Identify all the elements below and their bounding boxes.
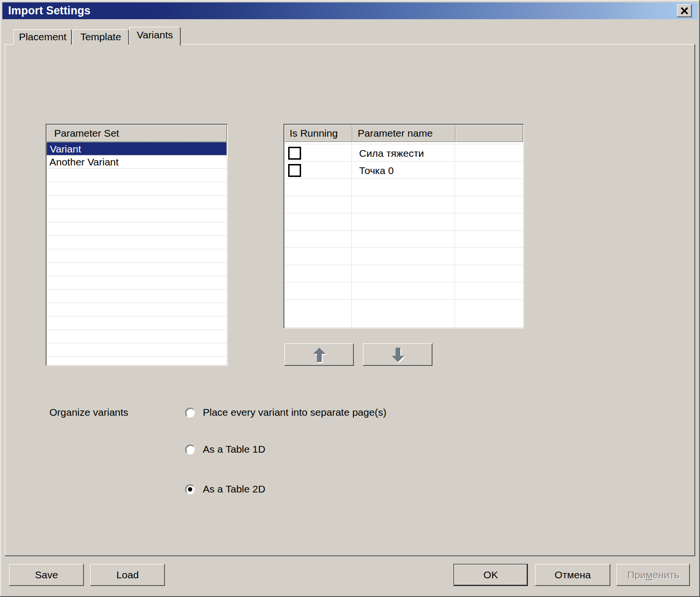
parameters-table-header: Is Running Parameter name [284,125,523,142]
radio-option-table-1d[interactable]: As a Table 1D [185,443,265,456]
parameter-name-cell: Точка 0 [359,162,394,179]
ok-button[interactable]: OK [454,564,528,586]
titlebar[interactable]: Import Settings [2,2,698,19]
apply-button-label: Применить [627,569,679,581]
tab-placement[interactable]: Placement [13,29,72,45]
move-up-button[interactable] [284,343,354,366]
table-row[interactable]: Точка 0 [284,162,523,179]
parameters-table: Is Running Parameter name Сила тяжести Т… [283,124,524,328]
parameter-set-body: Variant Another Variant [47,142,227,365]
column-header-is-running[interactable]: Is Running [284,125,352,142]
cancel-button[interactable]: Отмена [535,564,610,586]
radio-option-table-2d[interactable]: As a Table 2D [185,482,265,496]
radio-label[interactable]: As a Table 1D [203,443,265,456]
radio-option-separate-pages[interactable]: Place every variant into separate page(s… [185,406,386,419]
tab-template[interactable]: Template [72,29,129,45]
parameter-set-list: Parameter Set Variant Another Variant [46,124,228,366]
radio-icon[interactable] [185,484,195,494]
radio-label[interactable]: Place every variant into separate page(s… [203,406,386,419]
radio-label[interactable]: As a Table 2D [203,482,265,496]
tab-variants[interactable]: Variants [129,27,181,46]
apply-button[interactable]: Применить [617,564,690,586]
import-settings-dialog: Import Settings Placement Template Varia… [0,0,700,597]
list-item[interactable]: Another Variant [47,155,227,169]
table-row[interactable]: Сила тяжести [284,145,523,162]
save-button[interactable]: Save [9,564,84,586]
close-icon [680,7,688,14]
list-item[interactable]: Variant [47,142,227,155]
parameter-set-header: Parameter Set [47,125,227,142]
move-down-button[interactable] [363,343,432,366]
radio-icon[interactable] [185,445,195,455]
window-title: Import Settings [8,2,91,19]
load-button[interactable]: Load [90,564,165,586]
close-button[interactable] [677,4,692,17]
is-running-checkbox[interactable] [288,147,301,160]
column-header-parameter-name[interactable]: Parameter name [352,125,455,142]
is-running-checkbox[interactable] [288,164,301,177]
arrow-up-icon [312,347,327,363]
column-header-empty[interactable] [455,125,523,142]
parameter-name-cell: Сила тяжести [359,145,424,162]
arrow-down-icon [391,347,405,363]
parameters-table-body: Сила тяжести Точка 0 [284,142,523,328]
radio-icon[interactable] [185,408,195,418]
organize-variants-label: Organize variants [49,406,128,419]
